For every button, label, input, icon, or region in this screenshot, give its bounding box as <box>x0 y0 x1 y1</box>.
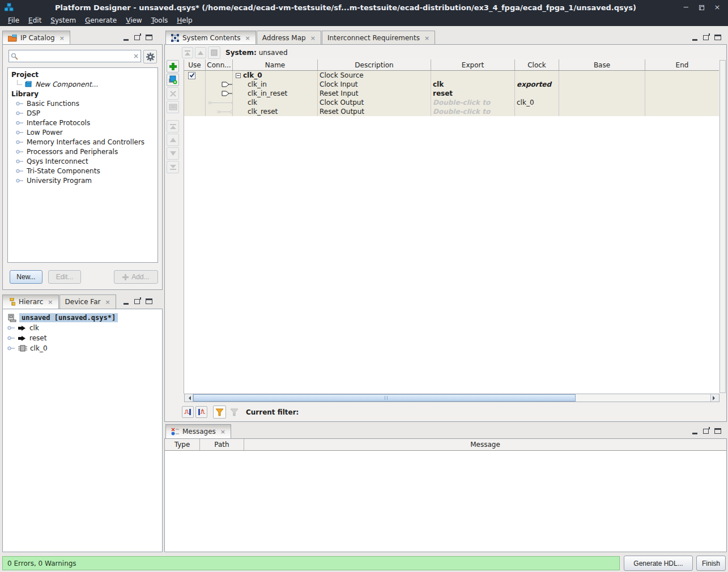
close-icon[interactable]: × <box>46 298 53 306</box>
panel-maximize-icon[interactable] <box>146 298 152 304</box>
table-vertical-scrollbar[interactable] <box>720 60 726 393</box>
tree-item-tri-state-components[interactable]: Tri-State Components <box>10 166 157 176</box>
table-row[interactable]: clk_reset Reset Output Double-click to <box>184 107 719 116</box>
tree-item-low-power[interactable]: Low Power <box>10 127 157 137</box>
expander-icon[interactable] <box>16 130 24 135</box>
generate-hdl-button[interactable]: Generate HDL... <box>624 556 693 571</box>
expander-icon[interactable] <box>16 169 24 173</box>
menu-help[interactable]: Help <box>172 16 197 25</box>
panel-float-icon[interactable] <box>703 429 709 434</box>
window-restore-button[interactable] <box>699 5 704 10</box>
scroll-right-button[interactable] <box>710 394 719 402</box>
wire-connection-icon[interactable] <box>207 100 232 105</box>
col-header-clock[interactable]: Clock <box>515 59 559 70</box>
window-minimize-button[interactable]: − <box>682 3 690 11</box>
tab-device-family[interactable]: Device Far × <box>59 294 116 309</box>
scrollbar-thumb[interactable] <box>193 394 576 402</box>
tree-item-interface-protocols[interactable]: Interface Protocols <box>10 118 157 127</box>
expander-icon[interactable] <box>16 140 24 144</box>
add-item-button[interactable] <box>167 60 179 72</box>
table-row[interactable]: clk_in Clock Input clk exported <box>184 80 719 89</box>
expander-icon[interactable] <box>16 178 24 183</box>
close-icon[interactable]: × <box>309 35 316 42</box>
col-header-description[interactable]: Description <box>318 59 431 70</box>
row-export[interactable]: Double-click to <box>431 107 515 116</box>
menu-system[interactable]: System <box>46 16 80 25</box>
menu-edit[interactable]: Edit <box>24 16 46 25</box>
tree-item-new-component[interactable]: New Component... <box>10 79 157 89</box>
panel-float-icon[interactable] <box>134 299 140 304</box>
expander-icon[interactable] <box>16 150 24 154</box>
panel-minimize-icon[interactable] <box>692 433 697 434</box>
panel-maximize-icon[interactable] <box>714 35 721 40</box>
close-icon[interactable]: × <box>219 428 225 436</box>
new-button[interactable]: New... <box>10 270 42 284</box>
expander-icon[interactable] <box>7 326 15 330</box>
tree-item-memory-interfaces[interactable]: Memory Interfaces and Controllers <box>10 137 157 147</box>
use-checkbox[interactable] <box>188 72 195 79</box>
tab-address-map[interactable]: Address Map × <box>257 31 321 45</box>
panel-minimize-icon[interactable] <box>692 39 697 41</box>
menu-generate[interactable]: Generate <box>80 16 121 25</box>
remove-item-button[interactable] <box>167 87 179 100</box>
hierarchy-item-reset[interactable]: reset <box>5 333 162 343</box>
table-horizontal-scrollbar[interactable] <box>184 394 720 402</box>
move-to-top-button[interactable] <box>182 47 193 58</box>
expander-icon[interactable] <box>7 336 15 340</box>
expander-icon[interactable] <box>16 121 24 125</box>
tab-system-contents[interactable]: System Contents × <box>165 31 256 45</box>
col-header-connections[interactable]: Conn... <box>206 59 233 70</box>
close-icon[interactable]: × <box>104 298 110 306</box>
row-export[interactable] <box>431 71 515 80</box>
wire-connection-icon[interactable] <box>216 109 232 114</box>
row-base[interactable] <box>559 71 645 80</box>
row-export[interactable]: clk <box>431 80 515 89</box>
row-base[interactable] <box>559 80 645 89</box>
col-header-name[interactable]: Name <box>233 59 318 70</box>
move-up-button[interactable] <box>167 134 179 146</box>
scroll-left-button[interactable] <box>185 394 193 402</box>
panel-minimize-icon[interactable] <box>124 303 129 305</box>
add-component-button[interactable] <box>167 74 179 86</box>
port-connection-icon[interactable] <box>222 82 232 87</box>
close-icon[interactable]: × <box>244 35 250 42</box>
expander-icon[interactable] <box>16 159 24 164</box>
tree-item-dsp[interactable]: DSP <box>10 108 157 118</box>
row-base[interactable] <box>559 98 645 107</box>
port-connection-icon[interactable] <box>222 91 232 96</box>
tab-messages[interactable]: Messages × <box>165 424 231 438</box>
parent-system-button[interactable] <box>208 46 220 59</box>
search-clear-icon[interactable]: × <box>133 52 139 60</box>
row-clock[interactable]: clk_0 <box>515 98 559 107</box>
move-top-button[interactable] <box>167 120 179 133</box>
row-base[interactable] <box>559 107 645 116</box>
move-up-level-button[interactable] <box>195 47 206 58</box>
menu-view[interactable]: View <box>121 16 146 25</box>
panel-minimize-icon[interactable] <box>124 39 129 41</box>
hierarchy-root-item[interactable]: unsaved [unsaved.qsys*] <box>5 313 162 323</box>
collapse-toggle-icon[interactable] <box>236 73 241 78</box>
row-clock[interactable] <box>515 71 559 80</box>
row-export[interactable]: reset <box>431 89 515 98</box>
row-clock[interactable]: exported <box>515 80 559 89</box>
show-signals-button[interactable] <box>182 406 194 418</box>
window-close-button[interactable]: × <box>713 3 721 11</box>
filter-button[interactable] <box>213 405 226 419</box>
panel-float-icon[interactable] <box>703 35 709 40</box>
panel-maximize-icon[interactable] <box>714 428 721 434</box>
add-button[interactable]: Add... <box>114 270 158 284</box>
tree-item-university-program[interactable]: University Program <box>10 176 157 185</box>
expander-icon[interactable] <box>7 346 15 351</box>
finish-button[interactable]: Finish <box>696 556 726 571</box>
row-export[interactable]: Double-click to <box>431 98 515 107</box>
show-interfaces-button[interactable] <box>195 406 207 418</box>
tree-item-basic-functions[interactable]: Basic Functions <box>10 99 157 108</box>
tree-item-qsys-interconnect[interactable]: Qsys Interconnect <box>10 156 157 166</box>
tree-item-processors-peripherals[interactable]: Processors and Peripherals <box>10 147 157 156</box>
close-icon[interactable]: × <box>423 35 429 42</box>
panel-maximize-icon[interactable] <box>146 35 152 40</box>
ip-settings-button[interactable] <box>143 50 157 63</box>
col-header-message[interactable]: Message <box>244 439 726 450</box>
table-row[interactable]: clk_in_reset Reset Input reset <box>184 89 719 98</box>
col-header-type[interactable]: Type <box>165 439 200 450</box>
